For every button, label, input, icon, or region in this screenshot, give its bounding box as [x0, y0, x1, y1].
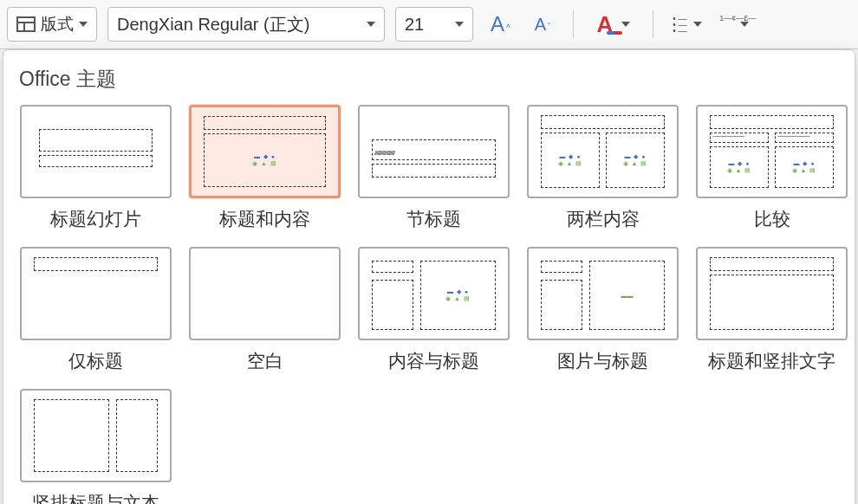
panel-title: Office 主题: [19, 66, 839, 93]
picture-icon: ▬▬: [621, 293, 634, 299]
chevron-down-icon: [367, 22, 375, 27]
thumb-picture-placeholder: ▬▬: [589, 261, 665, 330]
layout-label: 空白: [247, 349, 283, 373]
layout-vertical-title-text[interactable]: 竖排标题与文本: [16, 389, 176, 504]
thumb-left-content: ▬ ◆ ●◉ ▲ ▤: [710, 146, 769, 188]
decrease-font-glyph: A: [535, 15, 546, 35]
font-name: DengXian Regular (正文): [117, 13, 309, 36]
layout-dropdown-button[interactable]: 版式: [7, 7, 97, 42]
thumb-right-content: ▬ ◆ ●◉ ▲ ▤: [775, 146, 834, 188]
wavy-decoration: ~~~~~~~~~~: [712, 135, 766, 140]
content-icons: ▬ ◆ ●◉ ▲ ▤: [558, 153, 583, 167]
thumb-vertical-text: [34, 399, 109, 472]
hatch-decoration: ///////////////////: [374, 151, 493, 156]
ribbon-toolbar: 版式 DengXian Regular (正文) 21 A^ Aˇ A: [0, 0, 858, 49]
caret-up-icon: ^: [506, 23, 510, 33]
font-size-value: 21: [405, 15, 424, 35]
layout-title-content[interactable]: ▬ ◆ ● ◉ ▲ ▤ 标题和内容: [185, 105, 345, 231]
layout-label: 图片与标题: [557, 349, 648, 373]
thumb-title-placeholder: [39, 129, 153, 152]
increase-font-button[interactable]: A^: [484, 9, 517, 40]
thumb-content-placeholder: ▬ ◆ ● ◉ ▲ ▤: [204, 133, 326, 187]
font-size-selector[interactable]: 21: [395, 7, 473, 42]
layout-thumbnail: ▬▬: [527, 247, 679, 340]
layout-label: 标题和竖排文字: [708, 349, 835, 373]
thumb-caption-text: [541, 280, 582, 330]
layout-thumbnail: [20, 105, 172, 198]
layout-label: 版式: [41, 13, 74, 36]
thumb-vertical-text: [710, 275, 834, 330]
content-icons: ▬ ◆ ●◉ ▲ ▤: [445, 288, 471, 302]
layout-thumbnail: [189, 247, 341, 340]
thumb-caption-text: [372, 280, 413, 330]
layout-thumbnail: ~~~~~~~~~~ ~~~~~~~~~~ ▬ ◆ ●◉ ▲ ▤ ▬ ◆ ●◉ …: [696, 105, 848, 198]
wavy-decoration: ~~~~~~~~~~: [777, 135, 831, 140]
layout-thumbnail: ▬ ◆ ● ◉ ▲ ▤: [189, 105, 341, 198]
layout-title-vertical-text[interactable]: 标题和竖排文字: [692, 247, 852, 373]
layout-label: 内容与标题: [388, 349, 479, 373]
thumb-title-placeholder: [710, 257, 834, 271]
bulleted-list-button[interactable]: [669, 12, 705, 36]
separator: [653, 10, 653, 38]
thumb-title-placeholder: ///////////////////: [372, 139, 496, 160]
layout-thumbnail: [20, 389, 172, 482]
thumb-caption-title: [541, 261, 582, 273]
thumb-content-placeholder: ▬ ◆ ●◉ ▲ ▤: [420, 261, 496, 330]
increase-font-glyph: A: [491, 12, 504, 36]
layout-thumbnail: [20, 247, 172, 340]
bullets-icon: [673, 16, 692, 33]
layout-section-header[interactable]: /////////////////// 节标题: [354, 105, 514, 231]
thumb-left-content: ▬ ◆ ●◉ ▲ ▤: [541, 132, 600, 188]
layout-label: 两栏内容: [567, 207, 640, 231]
layout-gallery-panel: Office 主题 标题幻灯片 ▬ ◆ ● ◉ ▲ ▤: [3, 49, 855, 504]
chevron-down-icon: [79, 22, 88, 27]
font-color-button[interactable]: A: [589, 8, 637, 42]
layout-thumbnail: [696, 247, 848, 340]
layout-label: 比较: [754, 207, 790, 231]
thumb-text-placeholder: [372, 164, 496, 178]
content-icons: ▬ ◆ ●◉ ▲ ▤: [727, 160, 752, 174]
layout-two-content[interactable]: ▬ ◆ ●◉ ▲ ▤ ▬ ◆ ●◉ ▲ ▤ 两栏内容: [523, 105, 683, 231]
separator: [573, 10, 574, 38]
chevron-down-icon: [621, 22, 630, 27]
layout-comparison[interactable]: ~~~~~~~~~~ ~~~~~~~~~~ ▬ ◆ ●◉ ▲ ▤ ▬ ◆ ●◉ …: [692, 105, 852, 231]
layout-content-caption[interactable]: ▬ ◆ ●◉ ▲ ▤ 内容与标题: [354, 247, 514, 373]
thumb-caption-title: [372, 261, 413, 273]
content-icons: ▬ ◆ ●◉ ▲ ▤: [623, 153, 648, 167]
decrease-font-button[interactable]: Aˇ: [528, 11, 558, 38]
layout-thumbnail: ▬ ◆ ●◉ ▲ ▤ ▬ ◆ ●◉ ▲ ▤: [527, 105, 679, 198]
layout-label: 标题和内容: [219, 207, 310, 231]
layout-icon: [16, 16, 36, 32]
numbered-list-button[interactable]: [716, 12, 752, 36]
content-icons: ▬ ◆ ●◉ ▲ ▤: [792, 160, 817, 174]
color-swatch-icon: [607, 31, 622, 35]
thumb-title-placeholder: [710, 115, 834, 129]
layout-blank[interactable]: 空白: [185, 247, 345, 373]
layout-label: 节标题: [406, 207, 461, 231]
numbered-icon: [719, 16, 738, 33]
layout-title-slide[interactable]: 标题幻灯片: [16, 105, 176, 231]
thumb-left-header: ~~~~~~~~~~: [710, 132, 769, 143]
layout-grid: 标题幻灯片 ▬ ◆ ● ◉ ▲ ▤ 标题和内容 ////////////////…: [16, 105, 842, 504]
layout-title-only[interactable]: 仅标题: [16, 247, 176, 373]
layout-thumbnail: ▬ ◆ ●◉ ▲ ▤: [358, 247, 510, 340]
layout-label: 仅标题: [68, 349, 123, 373]
caret-down-icon: ˇ: [548, 23, 550, 32]
thumb-title-placeholder: [34, 257, 158, 271]
thumb-subtitle-placeholder: [39, 155, 153, 167]
font-family-selector[interactable]: DengXian Regular (正文): [107, 7, 385, 42]
thumb-right-header: ~~~~~~~~~~: [775, 132, 834, 143]
chevron-down-icon: [455, 22, 464, 27]
chevron-down-icon: [693, 22, 702, 27]
layout-label: 标题幻灯片: [50, 207, 141, 231]
layout-picture-caption[interactable]: ▬▬ 图片与标题: [523, 247, 683, 373]
thumb-title-placeholder: [204, 116, 326, 130]
content-icons: ▬ ◆ ● ◉ ▲ ▤: [252, 153, 277, 167]
layout-label: 竖排标题与文本: [32, 491, 159, 504]
thumb-vertical-title: [116, 399, 158, 472]
thumb-right-content: ▬ ◆ ●◉ ▲ ▤: [606, 132, 665, 188]
layout-thumbnail: ///////////////////: [358, 105, 510, 198]
thumb-title-placeholder: [541, 115, 665, 129]
